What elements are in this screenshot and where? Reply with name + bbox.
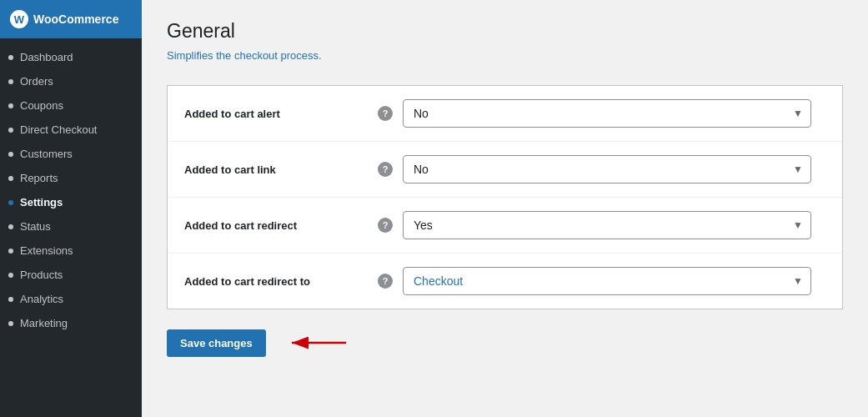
dot-icon	[8, 321, 13, 326]
select-added-to-cart-redirect-to[interactable]: CheckoutCart	[403, 267, 811, 295]
sidebar-item-label: Products	[20, 269, 63, 281]
select-wrapper-added-to-cart-link: NoYes▼	[403, 155, 811, 183]
sidebar-nav: DashboardOrdersCouponsDirect CheckoutCus…	[0, 38, 142, 417]
sidebar-item-settings[interactable]: Settings	[0, 190, 142, 214]
woocommerce-icon: W	[10, 10, 28, 28]
sidebar-item-label: Dashboard	[20, 51, 73, 63]
row-label-added-to-cart-redirect-to: Added to cart redirect to	[184, 275, 368, 288]
sidebar-item-label: Status	[20, 220, 51, 233]
dot-icon	[8, 224, 13, 229]
sidebar-brand[interactable]: W WooCommerce	[0, 0, 142, 38]
row-label-added-to-cart-alert: Added to cart alert	[184, 108, 368, 120]
help-icon-added-to-cart-redirect-to[interactable]: ?	[378, 274, 393, 289]
sidebar-item-label: Orders	[20, 75, 53, 88]
page-subtitle: Simplifies the checkout process.	[167, 49, 843, 62]
select-added-to-cart-redirect[interactable]: YesNo	[403, 211, 811, 239]
sidebar-item-label: Customers	[20, 148, 73, 160]
select-added-to-cart-link[interactable]: NoYes	[403, 155, 811, 183]
dot-icon	[8, 297, 13, 302]
sidebar-item-products[interactable]: Products	[0, 263, 142, 287]
sidebar-item-label: Coupons	[20, 99, 63, 112]
brand-label: WooCommerce	[33, 13, 118, 26]
dot-icon	[8, 79, 13, 84]
sidebar-item-analytics[interactable]: Analytics	[0, 287, 142, 311]
main-content: General Simplifies the checkout process.…	[142, 0, 868, 417]
dot-icon	[8, 55, 13, 60]
select-wrapper-added-to-cart-alert: NoYes▼	[403, 99, 811, 128]
dot-icon	[8, 152, 13, 157]
sidebar-item-orders[interactable]: Orders	[0, 69, 142, 93]
sidebar-item-label: Reports	[20, 172, 58, 184]
select-wrapper-added-to-cart-redirect-to: CheckoutCart▼	[403, 267, 811, 295]
settings-row-added-to-cart-link: Added to cart link?NoYes▼	[168, 142, 842, 198]
sidebar-item-label: Direct Checkout	[20, 123, 97, 136]
settings-table: Added to cart alert?NoYes▼Added to cart …	[167, 85, 843, 309]
help-icon-added-to-cart-redirect[interactable]: ?	[378, 218, 393, 233]
select-added-to-cart-alert[interactable]: NoYes	[403, 99, 811, 128]
sidebar-item-extensions[interactable]: Extensions	[0, 239, 142, 263]
sidebar-item-marketing[interactable]: Marketing	[0, 311, 142, 335]
row-label-added-to-cart-redirect: Added to cart redirect	[184, 219, 368, 232]
settings-row-added-to-cart-alert: Added to cart alert?NoYes▼	[168, 86, 842, 142]
dot-icon	[8, 200, 13, 205]
sidebar: W WooCommerce DashboardOrdersCouponsDire…	[0, 0, 142, 417]
sidebar-item-customers[interactable]: Customers	[0, 142, 142, 166]
select-wrapper-added-to-cart-redirect: YesNo▼	[403, 211, 811, 239]
sidebar-item-reports[interactable]: Reports	[0, 166, 142, 190]
help-icon-added-to-cart-alert[interactable]: ?	[378, 106, 393, 121]
save-area: Save changes	[167, 326, 843, 359]
save-changes-button[interactable]: Save changes	[167, 329, 266, 357]
arrow-annotation	[279, 326, 354, 359]
sidebar-item-label: Marketing	[20, 317, 68, 329]
page-title: General	[167, 20, 843, 43]
settings-row-added-to-cart-redirect: Added to cart redirect?YesNo▼	[168, 198, 842, 254]
dot-icon	[8, 273, 13, 278]
dot-icon	[8, 103, 13, 108]
dot-icon	[8, 249, 13, 254]
sidebar-item-status[interactable]: Status	[0, 214, 142, 239]
arrow-icon	[279, 326, 354, 359]
sidebar-item-direct-checkout[interactable]: Direct Checkout	[0, 118, 142, 142]
sidebar-item-label: Settings	[20, 196, 63, 208]
help-icon-added-to-cart-link[interactable]: ?	[378, 162, 393, 177]
sidebar-item-label: Extensions	[20, 244, 73, 257]
sidebar-item-dashboard[interactable]: Dashboard	[0, 45, 142, 69]
row-label-added-to-cart-link: Added to cart link	[184, 163, 368, 176]
sidebar-item-label: Analytics	[20, 293, 63, 305]
sidebar-item-coupons[interactable]: Coupons	[0, 93, 142, 118]
dot-icon	[8, 176, 13, 181]
dot-icon	[8, 128, 13, 133]
settings-row-added-to-cart-redirect-to: Added to cart redirect to?CheckoutCart▼	[168, 254, 842, 309]
